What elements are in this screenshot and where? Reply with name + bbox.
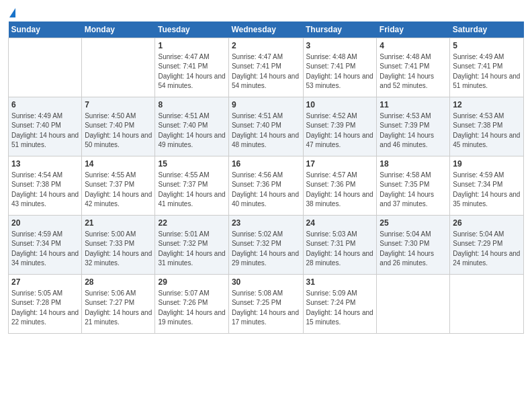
day-number: 10 — [306, 99, 374, 111]
day-detail: Sunrise: 5:03 AMSunset: 7:31 PMDaylight:… — [306, 230, 374, 269]
calendar-week-row: 1Sunrise: 4:47 AMSunset: 7:41 PMDaylight… — [9, 38, 524, 97]
calendar-cell: 9Sunrise: 4:51 AMSunset: 7:40 PMDaylight… — [228, 97, 303, 156]
calendar-cell: 14Sunrise: 4:55 AMSunset: 7:37 PMDayligh… — [82, 156, 155, 216]
day-number: 31 — [306, 277, 374, 288]
calendar-cell: 28Sunrise: 5:06 AMSunset: 7:27 PMDayligh… — [82, 275, 155, 334]
day-number: 15 — [158, 158, 225, 170]
calendar-cell — [9, 38, 82, 97]
day-of-week-header: Thursday — [303, 21, 377, 38]
day-of-week-header: Tuesday — [155, 21, 228, 38]
day-detail: Sunrise: 4:55 AMSunset: 7:37 PMDaylight:… — [158, 171, 225, 210]
calendar-cell: 24Sunrise: 5:03 AMSunset: 7:31 PMDayligh… — [303, 216, 377, 275]
calendar-cell: 20Sunrise: 4:59 AMSunset: 7:34 PMDayligh… — [9, 216, 82, 275]
day-number: 26 — [453, 218, 521, 229]
day-detail: Sunrise: 4:53 AMSunset: 7:39 PMDaylight:… — [380, 111, 447, 150]
day-detail: Sunrise: 5:00 AMSunset: 7:33 PMDaylight:… — [85, 230, 152, 269]
calendar-cell: 29Sunrise: 5:07 AMSunset: 7:26 PMDayligh… — [155, 275, 228, 334]
logo — [8, 9, 15, 17]
day-number: 5 — [453, 40, 521, 52]
calendar-cell: 11Sunrise: 4:53 AMSunset: 7:39 PMDayligh… — [377, 97, 450, 156]
day-detail: Sunrise: 4:56 AMSunset: 7:36 PMDaylight:… — [232, 171, 300, 210]
calendar-week-row: 13Sunrise: 4:54 AMSunset: 7:38 PMDayligh… — [9, 156, 524, 216]
day-of-week-header: Monday — [82, 21, 155, 38]
day-number: 19 — [453, 158, 521, 170]
calendar-cell: 17Sunrise: 4:57 AMSunset: 7:36 PMDayligh… — [303, 156, 377, 216]
day-number: 22 — [158, 218, 225, 229]
day-header-row: SundayMondayTuesdayWednesdayThursdayFrid… — [9, 21, 524, 38]
day-of-week-header: Wednesday — [228, 21, 303, 38]
calendar-cell: 4Sunrise: 4:48 AMSunset: 7:41 PMDaylight… — [377, 38, 450, 97]
page-container: SundayMondayTuesdayWednesdayThursdayFrid… — [0, 0, 532, 339]
day-number: 28 — [85, 277, 152, 288]
calendar-cell: 3Sunrise: 4:48 AMSunset: 7:41 PMDaylight… — [303, 38, 377, 97]
day-number: 29 — [158, 277, 225, 288]
day-detail: Sunrise: 4:51 AMSunset: 7:40 PMDaylight:… — [232, 111, 300, 150]
day-number: 17 — [306, 158, 374, 170]
day-number: 11 — [380, 99, 447, 111]
calendar-cell — [377, 275, 450, 334]
calendar-cell: 22Sunrise: 5:01 AMSunset: 7:32 PMDayligh… — [155, 216, 228, 275]
day-detail: Sunrise: 4:52 AMSunset: 7:39 PMDaylight:… — [306, 111, 374, 150]
day-detail: Sunrise: 5:08 AMSunset: 7:25 PMDaylight:… — [232, 289, 300, 328]
day-detail: Sunrise: 4:47 AMSunset: 7:41 PMDaylight:… — [158, 52, 225, 91]
calendar-week-row: 6Sunrise: 4:49 AMSunset: 7:40 PMDaylight… — [9, 97, 524, 156]
calendar-cell: 12Sunrise: 4:53 AMSunset: 7:38 PMDayligh… — [450, 97, 524, 156]
day-detail: Sunrise: 4:49 AMSunset: 7:41 PMDaylight:… — [453, 52, 521, 91]
calendar-cell: 10Sunrise: 4:52 AMSunset: 7:39 PMDayligh… — [303, 97, 377, 156]
day-number: 9 — [232, 99, 300, 111]
calendar-cell: 2Sunrise: 4:47 AMSunset: 7:41 PMDaylight… — [228, 38, 303, 97]
calendar-cell: 26Sunrise: 5:04 AMSunset: 7:29 PMDayligh… — [450, 216, 524, 275]
day-detail: Sunrise: 4:55 AMSunset: 7:37 PMDaylight:… — [85, 171, 152, 210]
calendar-week-row: 20Sunrise: 4:59 AMSunset: 7:34 PMDayligh… — [9, 216, 524, 275]
day-number: 7 — [85, 99, 152, 111]
day-number: 30 — [232, 277, 300, 288]
day-detail: Sunrise: 4:57 AMSunset: 7:36 PMDaylight:… — [306, 171, 374, 210]
day-detail: Sunrise: 5:01 AMSunset: 7:32 PMDaylight:… — [158, 230, 225, 269]
day-number: 21 — [85, 218, 152, 229]
day-number: 16 — [232, 158, 300, 170]
day-number: 18 — [380, 158, 447, 170]
calendar-cell: 27Sunrise: 5:05 AMSunset: 7:28 PMDayligh… — [9, 275, 82, 334]
day-detail: Sunrise: 5:07 AMSunset: 7:26 PMDaylight:… — [158, 289, 225, 328]
day-number: 27 — [11, 277, 79, 288]
day-detail: Sunrise: 4:51 AMSunset: 7:40 PMDaylight:… — [158, 111, 225, 150]
day-number: 12 — [453, 99, 521, 111]
day-detail: Sunrise: 5:04 AMSunset: 7:29 PMDaylight:… — [453, 230, 521, 269]
calendar-cell: 1Sunrise: 4:47 AMSunset: 7:41 PMDaylight… — [155, 38, 228, 97]
calendar-cell: 16Sunrise: 4:56 AMSunset: 7:36 PMDayligh… — [228, 156, 303, 216]
day-number: 23 — [232, 218, 300, 229]
calendar-cell: 8Sunrise: 4:51 AMSunset: 7:40 PMDaylight… — [155, 97, 228, 156]
day-detail: Sunrise: 4:50 AMSunset: 7:40 PMDaylight:… — [85, 111, 152, 150]
calendar-cell: 30Sunrise: 5:08 AMSunset: 7:25 PMDayligh… — [228, 275, 303, 334]
day-number: 4 — [380, 40, 447, 52]
day-of-week-header: Friday — [377, 21, 450, 38]
day-detail: Sunrise: 4:59 AMSunset: 7:34 PMDaylight:… — [453, 171, 521, 210]
calendar-cell — [450, 275, 524, 334]
calendar-cell: 5Sunrise: 4:49 AMSunset: 7:41 PMDaylight… — [450, 38, 524, 97]
day-detail: Sunrise: 4:48 AMSunset: 7:41 PMDaylight:… — [380, 52, 447, 91]
day-number: 13 — [11, 158, 79, 170]
calendar-cell: 15Sunrise: 4:55 AMSunset: 7:37 PMDayligh… — [155, 156, 228, 216]
day-detail: Sunrise: 4:59 AMSunset: 7:34 PMDaylight:… — [11, 230, 79, 269]
calendar-cell — [82, 38, 155, 97]
day-number: 14 — [85, 158, 152, 170]
day-detail: Sunrise: 4:54 AMSunset: 7:38 PMDaylight:… — [11, 171, 79, 210]
header — [8, 7, 524, 17]
day-number: 1 — [158, 40, 225, 52]
calendar-cell: 31Sunrise: 5:09 AMSunset: 7:24 PMDayligh… — [303, 275, 377, 334]
day-detail: Sunrise: 5:09 AMSunset: 7:24 PMDaylight:… — [306, 289, 374, 328]
day-number: 8 — [158, 99, 225, 111]
day-number: 2 — [232, 40, 300, 52]
day-detail: Sunrise: 4:49 AMSunset: 7:40 PMDaylight:… — [11, 111, 79, 150]
logo-general-text — [8, 9, 15, 17]
calendar-cell: 7Sunrise: 4:50 AMSunset: 7:40 PMDaylight… — [82, 97, 155, 156]
calendar-cell: 21Sunrise: 5:00 AMSunset: 7:33 PMDayligh… — [82, 216, 155, 275]
day-detail: Sunrise: 5:06 AMSunset: 7:27 PMDaylight:… — [85, 289, 152, 328]
day-number: 20 — [11, 218, 79, 229]
calendar-cell: 13Sunrise: 4:54 AMSunset: 7:38 PMDayligh… — [9, 156, 82, 216]
calendar-cell: 25Sunrise: 5:04 AMSunset: 7:30 PMDayligh… — [377, 216, 450, 275]
day-detail: Sunrise: 4:47 AMSunset: 7:41 PMDaylight:… — [232, 52, 300, 91]
calendar-cell: 23Sunrise: 5:02 AMSunset: 7:32 PMDayligh… — [228, 216, 303, 275]
day-detail: Sunrise: 4:58 AMSunset: 7:35 PMDaylight:… — [380, 171, 447, 210]
calendar-cell: 19Sunrise: 4:59 AMSunset: 7:34 PMDayligh… — [450, 156, 524, 216]
